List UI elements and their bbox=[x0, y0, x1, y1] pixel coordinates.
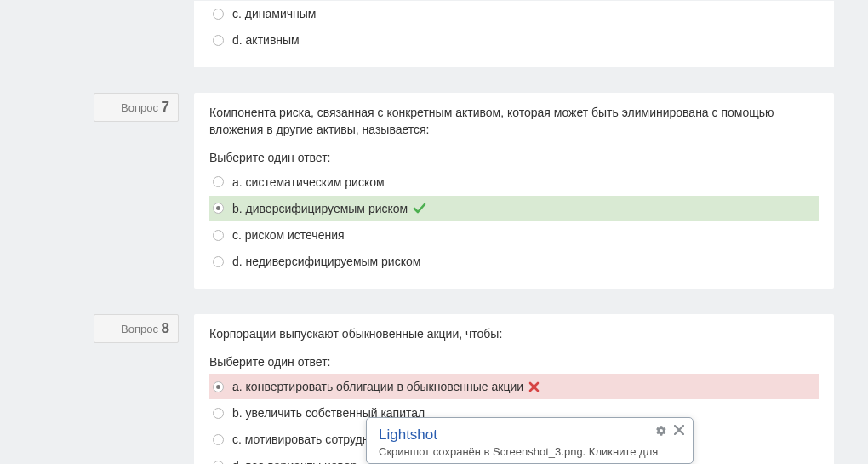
question-card: Компонента риска, связанная с конкретным… bbox=[194, 93, 834, 289]
radio-selected-icon bbox=[213, 203, 224, 214]
answer-option[interactable]: d. недиверсифицируемым риском bbox=[209, 249, 819, 274]
question-number-box: Вопрос 7 bbox=[94, 93, 179, 122]
check-icon bbox=[413, 203, 426, 215]
question-text: Компонента риска, связанная с конкретным… bbox=[209, 105, 819, 138]
radio-selected-icon bbox=[213, 381, 224, 392]
select-prompt: Выберите один ответ: bbox=[209, 355, 819, 369]
answer-text: c. динамичным bbox=[232, 6, 316, 21]
radio-unselected-icon bbox=[213, 256, 224, 267]
answer-option-incorrect[interactable]: a. конвертировать облигации в обыкновенн… bbox=[209, 374, 819, 399]
radio-unselected-icon bbox=[213, 434, 224, 445]
answer-text: d. недиверсифицируемым риском bbox=[232, 254, 420, 269]
answer-option[interactable]: c. риском истечения bbox=[209, 222, 819, 248]
answer-text: b. диверсифицируемым риском bbox=[232, 201, 408, 216]
question-card-partial: c. динамичным d. активным bbox=[194, 1, 834, 67]
radio-unselected-icon bbox=[213, 9, 224, 20]
radio-unselected-icon bbox=[213, 176, 224, 187]
question-text: Корпорации выпускают обыкновенные акции,… bbox=[209, 326, 819, 343]
radio-unselected-icon bbox=[213, 408, 224, 419]
notification-popup: Lightshot Скриншот сохранён в Screenshot… bbox=[366, 417, 694, 464]
select-prompt: Выберите один ответ: bbox=[209, 151, 819, 164]
radio-unselected-icon bbox=[213, 35, 224, 46]
answer-option-correct[interactable]: b. диверсифицируемым риском bbox=[209, 196, 819, 221]
radio-unselected-icon bbox=[213, 230, 224, 241]
popup-subtitle: Скриншот сохранён в Screenshot_3.png. Кл… bbox=[379, 445, 659, 458]
cross-icon bbox=[528, 381, 540, 392]
answer-text: d. все варианты невер bbox=[232, 458, 357, 464]
answer-option[interactable]: c. динамичным bbox=[209, 1, 819, 26]
answer-text: c. риском истечения bbox=[232, 227, 345, 243]
radio-unselected-icon bbox=[213, 461, 224, 464]
answer-text: d. активным bbox=[232, 32, 300, 48]
popup-title: Lightshot bbox=[379, 427, 659, 444]
answer-option[interactable]: a. систематическим риском bbox=[209, 169, 819, 195]
answer-text: a. систематическим риском bbox=[232, 175, 385, 190]
answer-text: a. конвертировать облигации в обыкновенн… bbox=[232, 379, 523, 394]
answer-option[interactable]: d. активным bbox=[209, 27, 819, 53]
settings-icon[interactable] bbox=[655, 425, 667, 438]
close-icon[interactable] bbox=[674, 425, 684, 438]
question-number-box: Вопрос 8 bbox=[94, 314, 179, 343]
